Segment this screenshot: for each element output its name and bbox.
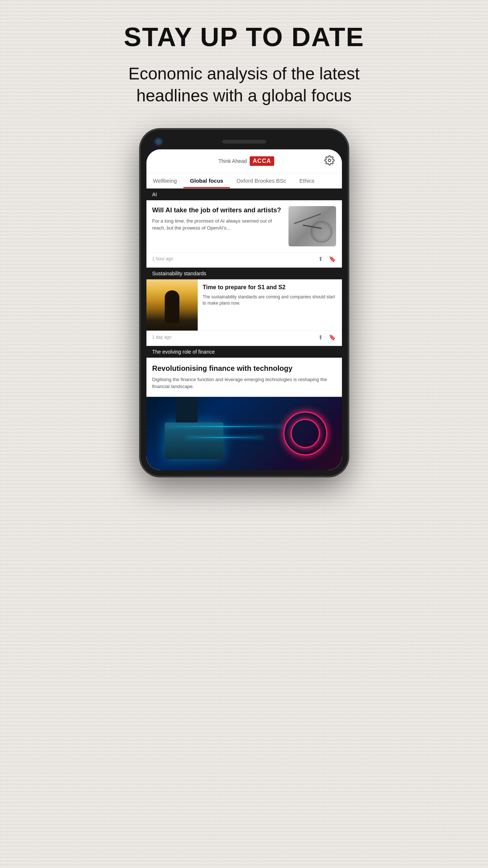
article-title-sustainability: Time to prepare for S1 and S2 — [203, 284, 337, 291]
app-header: Think Ahead ACCA — [146, 149, 342, 173]
article-card-finance[interactable]: Revolutionising finance with technology … — [146, 358, 342, 396]
article-time-sustainability: 1 day ago — [152, 335, 172, 340]
glowing-line-1 — [166, 426, 283, 427]
section-header-finance: The evolving role of finance — [146, 346, 342, 358]
phone-frame: Think Ahead ACCA Wellbeing Global focus … — [140, 129, 349, 477]
article-card-ai-inner: Will AI take the job of writers and arti… — [146, 200, 342, 252]
glowing-line-2 — [185, 437, 264, 438]
bookmark-button-sustainability[interactable]: 🔖 — [329, 334, 336, 341]
tab-oxford-brookes[interactable]: Oxford Brookes BSc — [230, 173, 293, 188]
share-button-sustainability[interactable]: ⬆ — [318, 334, 323, 341]
tab-bar: Wellbeing Global focus Oxford Brookes BS… — [146, 173, 342, 189]
tab-wellbeing[interactable]: Wellbeing — [146, 173, 184, 188]
section-header-sustainability: Sustainability standards — [146, 268, 342, 279]
logo-text: Think Ahead — [218, 158, 247, 164]
article-actions-ai: ⬆ 🔖 — [318, 256, 336, 262]
article-actions-sustainability: ⬆ 🔖 — [318, 334, 336, 341]
article-text: Will AI take the job of writers and arti… — [152, 206, 284, 246]
settings-icon — [324, 155, 335, 165]
neon-ring-inner — [291, 419, 320, 448]
phone-speaker — [222, 140, 266, 144]
article-horiz-inner: Time to prepare for S1 and S2 The sustai… — [146, 279, 342, 331]
article-image-finance — [146, 397, 342, 470]
article-excerpt-ai: For a long time, the promises of AI alwa… — [152, 217, 284, 232]
article-footer-sustainability: 1 day ago ⬆ 🔖 — [146, 331, 342, 345]
article-excerpt-finance: Digitising the finance function and leve… — [152, 376, 336, 390]
share-button-ai[interactable]: ⬆ — [318, 256, 323, 262]
article-horiz-text: Time to prepare for S1 and S2 The sustai… — [198, 279, 342, 331]
svg-point-0 — [328, 159, 331, 161]
tab-global-focus[interactable]: Global focus — [183, 173, 230, 188]
app-content: AI Will AI take the job of writers and a… — [146, 189, 342, 470]
bookmark-button-ai[interactable]: 🔖 — [329, 256, 336, 262]
page-subtitle: Economic analysis of the latest headline… — [101, 63, 387, 107]
screen-glow — [165, 422, 223, 459]
article-title-ai: Will AI take the job of writers and arti… — [152, 206, 284, 215]
silhouette-image — [146, 279, 198, 331]
article-card-ai[interactable]: Will AI take the job of writers and arti… — [146, 200, 342, 267]
page-title: STAY UP TO DATE — [124, 22, 364, 52]
phone-mockup: Think Ahead ACCA Wellbeing Global focus … — [140, 129, 349, 477]
article-title-finance: Revolutionising finance with technology — [152, 364, 336, 373]
person-silhouette — [176, 397, 198, 422]
phone-screen: Think Ahead ACCA Wellbeing Global focus … — [146, 149, 342, 470]
article-image-sustainability — [146, 279, 198, 331]
article-excerpt-sustainability: The sustainability standards are coming … — [203, 294, 337, 306]
article-time-ai: 1 hour ago — [152, 256, 173, 261]
phone-notch — [146, 135, 342, 149]
tab-ethics[interactable]: Ethics — [293, 173, 321, 188]
robot-arm-image — [288, 206, 336, 246]
spiral-decoration — [310, 221, 332, 243]
settings-button[interactable] — [324, 155, 335, 167]
section-header-ai: AI — [146, 189, 342, 200]
logo-badge: ACCA — [250, 156, 274, 166]
article-footer-ai: 1 hour ago ⬆ 🔖 — [146, 252, 342, 267]
notch-placeholder — [327, 138, 333, 145]
article-card-sustainability[interactable]: Time to prepare for S1 and S2 The sustai… — [146, 279, 342, 345]
front-camera — [155, 138, 162, 145]
app-logo: Think Ahead ACCA — [218, 156, 274, 166]
article-image-ai — [288, 206, 336, 246]
